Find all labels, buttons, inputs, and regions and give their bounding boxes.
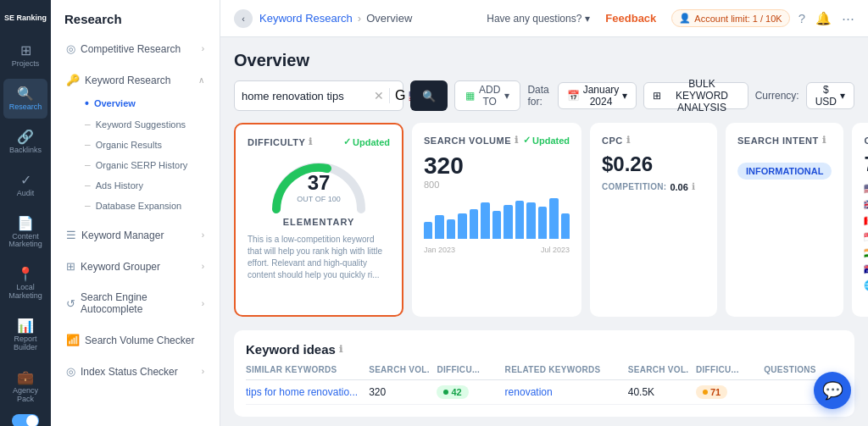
sidebar-title: Research xyxy=(51,0,220,33)
local-marketing-icon: 📍 xyxy=(17,266,34,282)
sidebar-sub-item-organic-results[interactable]: Organic Results xyxy=(78,135,216,155)
app-logo: SE Ranking xyxy=(1,8,50,25)
search-volume-sub: 800 xyxy=(424,180,570,190)
cpc-info-icon[interactable]: ℹ xyxy=(626,135,631,146)
expand-icon-4: › xyxy=(202,367,204,376)
questions-button[interactable]: Have any questions? ▾ xyxy=(487,13,590,25)
expand-icon: › xyxy=(202,230,204,240)
search-button[interactable]: 🔍 xyxy=(410,80,448,111)
sidebar-sub-item-overview[interactable]: Overview xyxy=(78,92,216,114)
volume-checker-icon: 📶 xyxy=(66,334,80,346)
global-country-row: 🇬🇧 UK 110 16% xyxy=(864,199,868,211)
similar-keyword-link[interactable]: tips for home renovatio... xyxy=(246,386,364,398)
search-volume-card: SEARCH VOLUME ℹ ✓ Updated 320 800 Jan 20… xyxy=(412,123,581,317)
difficulty-card-header: DIFFICULTY ℹ ✓ Updated xyxy=(248,136,390,147)
add-to-button[interactable]: ▦ ADD TO ▾ xyxy=(454,80,520,111)
sidebar-sub-item-organic-serp-history[interactable]: Organic SERP History xyxy=(78,155,216,175)
global-country-row: 🇮🇳 IN 40 6% xyxy=(864,247,868,259)
col-similar-keywords: SIMILAR KEYWORDS xyxy=(246,365,364,374)
google-icon: G xyxy=(395,88,405,103)
col-search-vol: SEARCH VOL. xyxy=(369,365,431,374)
related-keyword-link[interactable]: renovation xyxy=(505,386,623,398)
content-area: Overview ✕ G 🇺🇸 ▾ 🔍 ▦ ADD TO ▾ D xyxy=(220,37,868,426)
search-input-wrap: ✕ G 🇺🇸 ▾ xyxy=(234,80,403,111)
settings-icon[interactable]: ⋯ xyxy=(842,11,854,26)
sidebar-item-audit[interactable]: ✓ Audit xyxy=(3,165,47,205)
currency-chevron-icon: ▾ xyxy=(840,90,845,102)
sv-info-icon[interactable]: ℹ xyxy=(515,135,519,146)
sidebar-item-local-marketing[interactable]: 📍 Local Marketing xyxy=(3,259,47,307)
sidebar-sub-item-database-expansion[interactable]: Database Expansion xyxy=(78,196,216,216)
bell-icon[interactable]: 🔔 xyxy=(815,11,832,26)
date-picker-button[interactable]: 📅 January 2024 ▾ xyxy=(558,82,637,109)
global-volume-header: GLOBAL VOLUME ℹ xyxy=(864,135,868,146)
sidebar-item-agency-pack[interactable]: 💼 Agency Pack xyxy=(3,362,47,411)
sidebar-section-search-volume-checker: 📶 Search Volume Checker xyxy=(51,324,220,356)
competition-info-icon[interactable]: ℹ xyxy=(692,181,695,192)
similar-difficulty-pill: 42 xyxy=(437,385,499,399)
data-controls: Data for: 📅 January 2024 ▾ ⊞ BULK KEYWOR… xyxy=(527,82,854,109)
sidebar-item-search-engine-autocomplete[interactable]: ↺ Search Engine Autocomplete › xyxy=(54,285,216,321)
search-clear-icon[interactable]: ✕ xyxy=(374,89,384,102)
top-nav-icons: ? 🔔 ⋯ xyxy=(798,11,854,26)
cpc-card: CPC ℹ $0.26 COMPETITION: 0.06 ℹ xyxy=(590,123,717,317)
sidebar-item-projects[interactable]: ⊞ Projects xyxy=(3,36,47,75)
cpc-title: CPC ℹ xyxy=(602,135,630,146)
feedback-button[interactable]: Feedback xyxy=(598,8,663,28)
sidebar-section-keyword-grouper: ⊞ Keyword Grouper › xyxy=(51,251,220,282)
chat-button[interactable]: 💬 xyxy=(814,372,851,409)
sidebar-item-keyword-manager[interactable]: ☰ Keyword Manager › xyxy=(54,223,216,247)
bulk-keyword-analysis-button[interactable]: ⊞ BULK KEYWORD ANALYSIS xyxy=(643,82,748,109)
sidebar-section-keyword-manager: ☰ Keyword Manager › xyxy=(51,219,220,251)
breadcrumb-parent-link[interactable]: Keyword Research xyxy=(259,12,353,25)
country-flag-icon: 🇺🇸 xyxy=(864,183,868,195)
similar-search-vol: 320 xyxy=(369,386,431,398)
search-input[interactable] xyxy=(242,90,369,102)
sidebar-item-backlinks[interactable]: 🔗 Backlinks xyxy=(3,122,47,162)
difficulty-updated-badge: ✓ Updated xyxy=(343,136,390,147)
difficulty-title: DIFFICULTY ℹ xyxy=(248,136,313,147)
collapse-arrow-icon: ∧ xyxy=(198,75,204,85)
bulk-icon: ⊞ xyxy=(653,90,661,102)
new-menu-toggle[interactable]: New Menu UI xyxy=(5,414,46,426)
agency-pack-icon: 💼 xyxy=(17,369,34,385)
global-country-row: 🌐 OTHER 130 19% xyxy=(864,279,868,291)
sidebar-item-competitive-research[interactable]: ◎ Competitive Research › xyxy=(54,36,216,61)
intent-info-icon[interactable]: ℹ xyxy=(822,135,826,146)
report-builder-icon: 📊 xyxy=(17,318,34,334)
help-icon[interactable]: ? xyxy=(798,11,805,25)
sidebar-sub-item-ads-history[interactable]: Ads History xyxy=(78,175,216,196)
difficulty-level: ELEMENTARY xyxy=(248,217,390,227)
sidebar-item-research[interactable]: 🔍 Research xyxy=(3,79,47,119)
global-country-row: 🇦🇺 AU 40 6% xyxy=(864,263,868,275)
gauge-text: 37 OUT OF 100 xyxy=(297,171,340,203)
collapse-sidebar-button[interactable]: ‹ xyxy=(234,9,253,28)
sidebar-item-report-builder[interactable]: 📊 Report Builder xyxy=(3,311,47,359)
calendar-icon: 📅 xyxy=(567,90,580,102)
orange-dot-icon xyxy=(703,390,708,395)
sidebar-item-content-marketing[interactable]: 📄 Content Marketing xyxy=(3,208,47,257)
sidebar-section-keyword-research: 🔑 Keyword Research ∧ Overview Keyword Su… xyxy=(51,64,220,219)
difficulty-info-icon[interactable]: ℹ xyxy=(309,136,313,147)
related-search-vol: 40.5K xyxy=(628,386,691,398)
chat-icon: 💬 xyxy=(822,380,843,401)
sidebar-item-index-status-checker[interactable]: ◎ Index Status Checker › xyxy=(54,359,216,384)
keyword-manager-icon: ☰ xyxy=(66,229,76,241)
keyword-ideas-info-icon[interactable]: ℹ xyxy=(339,344,342,355)
breadcrumb-separator: › xyxy=(358,12,361,25)
backlinks-icon: 🔗 xyxy=(17,129,34,145)
competitive-research-icon: ◎ xyxy=(66,42,75,55)
col-difficulty-2: DIFFICU... xyxy=(696,365,759,374)
sidebar-item-keyword-grouper[interactable]: ⊞ Keyword Grouper › xyxy=(54,254,216,279)
sidebar-item-keyword-research[interactable]: 🔑 Keyword Research ∧ xyxy=(54,68,216,92)
currency-selector-button[interactable]: $ USD ▾ xyxy=(806,82,854,109)
keyword-research-submenu: Overview Keyword Suggestions Organic Res… xyxy=(51,92,220,216)
global-country-row: 🇨🇦 CA 50 7% xyxy=(864,215,868,227)
global-country-row: 🇺🇸 US 320 46% xyxy=(864,183,868,195)
sidebar-item-search-volume-checker[interactable]: 📶 Search Volume Checker xyxy=(54,328,216,352)
search-volume-chart xyxy=(424,196,570,239)
global-country-row: 🇸🇬 SG 50 7% xyxy=(864,231,868,243)
global-volume-table: 🇺🇸 US 320 46% 🇬🇧 UK 110 16% 🇨🇦 CA 50 7% xyxy=(864,183,868,291)
difficulty-card: DIFFICULTY ℹ ✓ Updated xyxy=(234,123,403,317)
sidebar-sub-item-keyword-suggestions[interactable]: Keyword Suggestions xyxy=(78,114,216,135)
